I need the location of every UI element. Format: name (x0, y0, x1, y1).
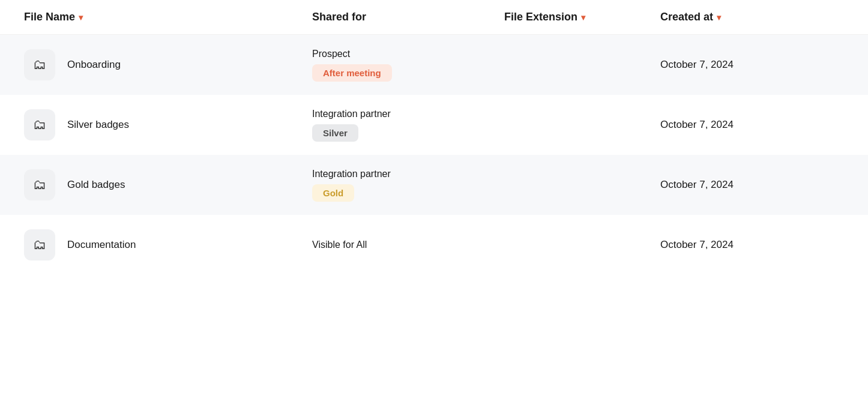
folder-icon: 🗂 (33, 57, 46, 73)
table-row: 🗂 Onboarding Prospect After meeting Octo… (0, 35, 868, 95)
badge-gold: Gold (312, 184, 354, 202)
sort-icon-created-at: ▾ (717, 13, 721, 22)
folder-icon: 🗂 (33, 237, 46, 253)
shared-for-silver-badges: Integration partner Silver (312, 109, 504, 142)
sort-icon-file-name: ▾ (79, 13, 83, 22)
shared-label-onboarding: Prospect (312, 49, 504, 59)
header-created-at[interactable]: Created at ▾ (660, 11, 844, 23)
file-name-documentation: Documentation (67, 239, 136, 251)
sort-icon-file-extension: ▾ (581, 13, 585, 22)
shared-label-silver-badges: Integration partner (312, 109, 504, 119)
folder-icon: 🗂 (33, 177, 46, 193)
header-created-at-label: Created at (660, 11, 713, 23)
file-icon-wrapper: 🗂 (24, 109, 55, 140)
header-file-name-label: File Name (24, 11, 75, 23)
file-icon-wrapper: 🗂 (24, 49, 55, 80)
file-cell-silver-badges: 🗂 Silver badges (24, 109, 312, 140)
file-icon-wrapper: 🗂 (24, 169, 55, 200)
created-at-documentation: October 7, 2024 (660, 239, 844, 251)
table-row: 🗂 Documentation Visible for All October … (0, 215, 868, 275)
created-at-silver-badges: October 7, 2024 (660, 119, 844, 131)
header-shared-for-label: Shared for (312, 11, 366, 23)
header-file-extension-label: File Extension (504, 11, 577, 23)
header-file-extension[interactable]: File Extension ▾ (504, 11, 660, 23)
file-cell-onboarding: 🗂 Onboarding (24, 49, 312, 80)
badge-silver: Silver (312, 124, 358, 142)
file-cell-gold-badges: 🗂 Gold badges (24, 169, 312, 200)
file-name-onboarding: Onboarding (67, 59, 121, 71)
file-name-gold-badges: Gold badges (67, 179, 125, 191)
folder-icon: 🗂 (33, 117, 46, 133)
file-icon-wrapper: 🗂 (24, 229, 55, 261)
files-table: File Name ▾ Shared for File Extension ▾ … (0, 0, 868, 275)
shared-for-gold-badges: Integration partner Gold (312, 169, 504, 202)
shared-label-documentation: Visible for All (312, 240, 504, 250)
header-file-name[interactable]: File Name ▾ (24, 11, 312, 23)
file-name-silver-badges: Silver badges (67, 119, 129, 131)
file-cell-documentation: 🗂 Documentation (24, 229, 312, 261)
shared-for-documentation: Visible for All (312, 240, 504, 250)
created-at-gold-badges: October 7, 2024 (660, 179, 844, 191)
created-at-onboarding: October 7, 2024 (660, 59, 844, 71)
header-shared-for: Shared for (312, 11, 504, 23)
badge-after-meeting: After meeting (312, 64, 392, 82)
table-row: 🗂 Silver badges Integration partner Silv… (0, 95, 868, 155)
table-row: 🗂 Gold badges Integration partner Gold O… (0, 155, 868, 215)
table-header: File Name ▾ Shared for File Extension ▾ … (0, 0, 868, 35)
shared-for-onboarding: Prospect After meeting (312, 49, 504, 82)
shared-label-gold-badges: Integration partner (312, 169, 504, 179)
